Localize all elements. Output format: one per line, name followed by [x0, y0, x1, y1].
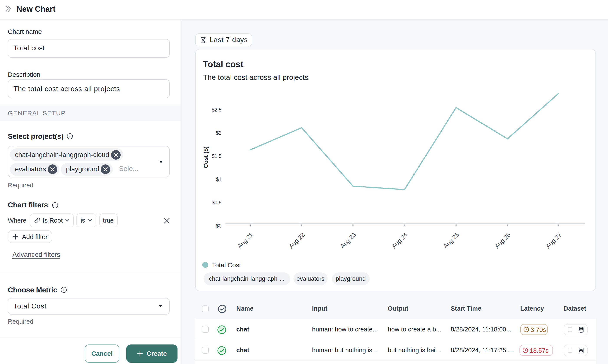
- svg-text:$2: $2: [216, 130, 221, 136]
- svg-text:Aug 26: Aug 26: [493, 231, 512, 250]
- svg-text:Aug 27: Aug 27: [544, 231, 563, 250]
- svg-text:Aug 22: Aug 22: [288, 231, 306, 250]
- svg-text:Aug 21: Aug 21: [236, 231, 254, 250]
- svg-text:$0: $0: [216, 223, 221, 229]
- svg-text:$0.5: $0.5: [211, 200, 221, 206]
- svg-text:Aug 23: Aug 23: [339, 231, 357, 250]
- svg-text:$1.5: $1.5: [211, 153, 221, 159]
- svg-text:Cost ($): Cost ($): [202, 146, 209, 168]
- svg-text:$1: $1: [216, 177, 221, 182]
- svg-text:$2.5: $2.5: [211, 107, 221, 113]
- svg-text:Aug 25: Aug 25: [442, 231, 460, 250]
- svg-text:Aug 24: Aug 24: [390, 231, 409, 250]
